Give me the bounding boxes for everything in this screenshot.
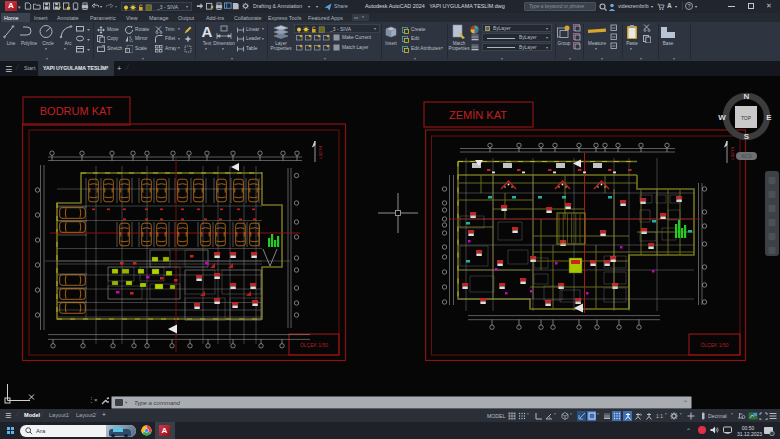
svg-text:N: N xyxy=(744,92,750,101)
svg-text:ZEMİN KAT: ZEMİN KAT xyxy=(449,109,507,121)
svg-text:S: S xyxy=(744,132,750,141)
svg-text:ÖLÇEK 1/50: ÖLÇEK 1/50 xyxy=(300,342,328,348)
svg-text:ÖLÇEK 1/50: ÖLÇEK 1/50 xyxy=(700,342,728,348)
svg-text:E: E xyxy=(766,113,772,122)
svg-text:W: W xyxy=(718,113,726,122)
svg-text:KUZEY: KUZEY xyxy=(730,147,735,161)
svg-text:BODRUM KAT: BODRUM KAT xyxy=(40,105,113,117)
svg-text:KUZEY: KUZEY xyxy=(318,146,323,160)
svg-text:TOP: TOP xyxy=(741,115,752,121)
svg-text:WCS: WCS xyxy=(741,154,752,159)
